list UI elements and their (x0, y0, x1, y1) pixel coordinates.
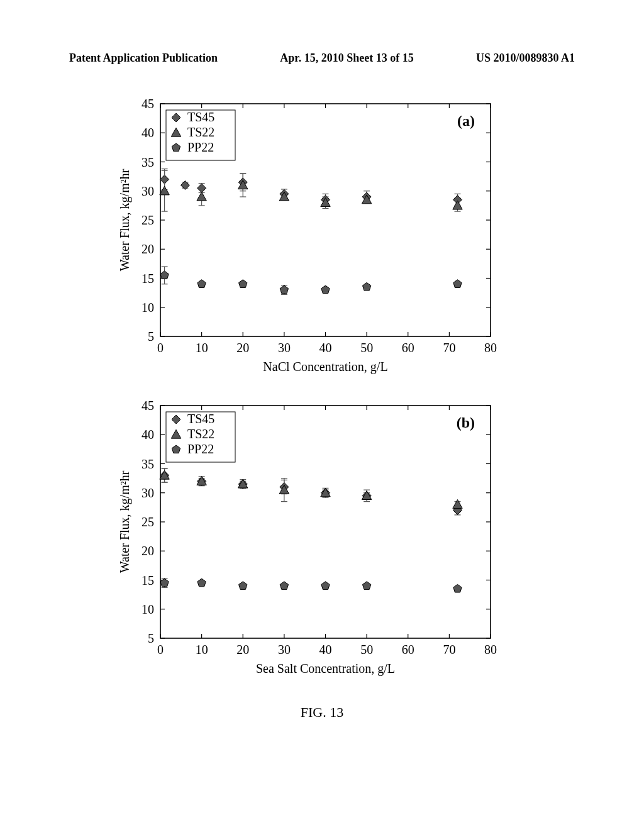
svg-text:40: 40 (319, 341, 332, 355)
svg-text:0: 0 (157, 643, 164, 656)
svg-text:5: 5 (148, 329, 154, 343)
svg-text:TS45: TS45 (187, 412, 214, 426)
page-header: Patent Application Publication Apr. 15, … (69, 52, 575, 65)
svg-text:30: 30 (278, 341, 291, 355)
svg-text:35: 35 (142, 457, 154, 471)
svg-text:50: 50 (360, 643, 373, 656)
svg-text:80: 80 (484, 643, 497, 656)
figure-label: FIG. 13 (0, 704, 644, 721)
svg-text:NaCl Concentration, g/L: NaCl Concentration, g/L (263, 360, 387, 374)
svg-text:TS22: TS22 (187, 125, 214, 139)
svg-text:20: 20 (142, 544, 154, 558)
header-right: US 2010/0089830 A1 (476, 52, 575, 65)
svg-text:PP22: PP22 (187, 140, 214, 154)
chart-panel-a: 0102030405060708051015202530354045NaCl C… (113, 94, 503, 371)
svg-text:30: 30 (142, 184, 154, 198)
svg-text:40: 40 (142, 126, 154, 140)
svg-text:35: 35 (142, 155, 154, 169)
svg-text:TS45: TS45 (187, 110, 214, 124)
svg-text:40: 40 (142, 428, 154, 441)
svg-text:PP22: PP22 (187, 442, 214, 456)
svg-text:70: 70 (443, 341, 455, 355)
svg-text:60: 60 (402, 341, 414, 355)
svg-text:10: 10 (196, 341, 208, 355)
svg-text:TS22: TS22 (187, 427, 214, 441)
svg-text:15: 15 (142, 573, 154, 587)
svg-text:20: 20 (236, 643, 249, 656)
chart-a-svg: 0102030405060708051015202530354045NaCl C… (113, 94, 503, 390)
svg-text:45: 45 (142, 399, 154, 412)
svg-text:80: 80 (484, 341, 497, 355)
svg-text:25: 25 (142, 213, 154, 227)
svg-text:20: 20 (142, 242, 154, 256)
svg-text:45: 45 (142, 97, 154, 111)
svg-text:70: 70 (443, 643, 455, 656)
header-mid: Apr. 15, 2010 Sheet 13 of 15 (280, 52, 413, 65)
svg-text:Water Flux, kg/m²hr: Water Flux, kg/m²hr (118, 169, 132, 271)
svg-text:0: 0 (157, 341, 164, 355)
svg-text:25: 25 (142, 515, 154, 529)
svg-text:10: 10 (142, 602, 154, 616)
svg-text:30: 30 (142, 486, 154, 500)
svg-text:(b): (b) (457, 414, 475, 431)
svg-text:60: 60 (402, 643, 414, 656)
svg-text:(a): (a) (457, 113, 475, 129)
svg-text:40: 40 (319, 643, 332, 656)
header-left: Patent Application Publication (69, 52, 218, 65)
svg-text:50: 50 (360, 341, 373, 355)
svg-text:10: 10 (196, 643, 208, 656)
svg-text:Water Flux, kg/m²hr: Water Flux, kg/m²hr (118, 470, 132, 573)
chart-b-svg: 0102030405060708051015202530354045Sea Sa… (113, 396, 503, 692)
svg-text:10: 10 (142, 301, 154, 314)
svg-text:15: 15 (142, 272, 154, 285)
svg-text:30: 30 (278, 643, 291, 656)
svg-text:5: 5 (148, 631, 154, 645)
page: Patent Application Publication Apr. 15, … (0, 0, 644, 830)
chart-panel-b: 0102030405060708051015202530354045Sea Sa… (113, 396, 503, 673)
svg-text:Sea Salt Concentration, g/L: Sea Salt Concentration, g/L (256, 661, 395, 676)
svg-text:20: 20 (236, 341, 249, 355)
